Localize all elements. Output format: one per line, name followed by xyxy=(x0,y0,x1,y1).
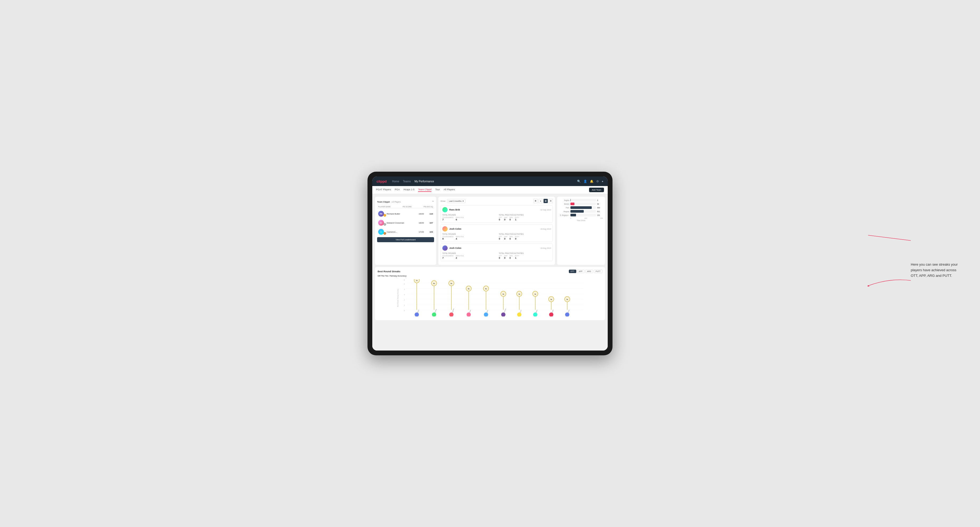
svg-text:4x: 4x xyxy=(519,293,520,295)
tournament-val-3: 7 xyxy=(442,257,453,259)
leaderboard-count: | 14 Players xyxy=(391,201,401,203)
user-icon[interactable]: 👤 xyxy=(584,179,587,183)
streaks-header: Best Round Streaks OTT APP ARG PUTT xyxy=(378,270,602,273)
table-header: PLAYER NAME PB SCORE PB AVG SQ xyxy=(377,205,434,208)
player-avg-2: 107 xyxy=(426,222,433,224)
total-practice-label-1: Total Practice Activities xyxy=(499,214,551,216)
bar-value-pars: 499 xyxy=(597,207,603,209)
x-label-400: 400 xyxy=(600,217,603,219)
player-score-1: 19/20 xyxy=(417,213,426,215)
psc-stats-2: Total Rounds Tournament 8 Practice xyxy=(442,233,551,240)
psc-date-1: 02 Sep 2023 xyxy=(540,209,551,211)
show-select[interactable]: Last 3 months ▾ xyxy=(447,199,466,203)
svg-text:4x: 4x xyxy=(503,293,504,295)
psc-avatar-3 xyxy=(442,245,448,251)
putt-col-1: PUTT 1 xyxy=(515,217,519,221)
svg-text:6: 6 xyxy=(404,279,405,281)
list-view-btn[interactable]: ≡ xyxy=(538,199,543,203)
svg-text:6x: 6x xyxy=(450,283,452,284)
tournament-label-1: Tournament xyxy=(442,217,453,218)
x-label-0: 0 xyxy=(570,217,571,219)
subnav-pga[interactable]: PGA xyxy=(395,188,400,192)
nav-home[interactable]: Home xyxy=(392,180,399,183)
player-row-3[interactable]: C 3 Cameron... 17/20 103 xyxy=(377,227,434,236)
table-view-btn[interactable]: ⊟ xyxy=(549,199,553,203)
filter-app[interactable]: APP xyxy=(577,270,584,273)
subnav-pgat[interactable]: PGAT Players xyxy=(376,188,391,192)
bell-icon[interactable]: 🔔 xyxy=(590,179,593,183)
player-score-2: 18/20 xyxy=(417,222,426,224)
nav-teams[interactable]: Teams xyxy=(403,180,410,183)
add-team-button[interactable]: Add Team xyxy=(589,187,604,192)
stat-group-practice-1: Total Practice Activities OTT 0 APP xyxy=(499,214,551,221)
bar-container-pars xyxy=(570,206,596,209)
filter-putt[interactable]: PUTT xyxy=(594,270,602,273)
nav-my-performance[interactable]: My Performance xyxy=(414,180,434,183)
grid-view-btn[interactable]: ⊞ xyxy=(533,199,538,203)
player-row-2[interactable]: EC 2 Edward Crossman 18/20 107 xyxy=(377,219,434,227)
stats-header: Show Last 3 months ▾ ⊞ ≡ ▦ ⊟ xyxy=(441,199,553,203)
col-pb-avg: PB AVG SQ xyxy=(424,206,433,208)
bar-value-eagles: 3 xyxy=(597,199,603,201)
svg-point-23 xyxy=(432,313,436,316)
psc-date-2: 26 Aug 2023 xyxy=(541,228,551,230)
streaks-title: Best Round Streaks xyxy=(378,270,401,273)
bar-label-bogeys: Bogeys xyxy=(559,211,570,213)
streak-chart-container: Best Streak, Fairway Accuracy 0 1 2 3 4 … xyxy=(378,279,602,317)
psc-header-2: Josh Coles 26 Aug 2023 xyxy=(442,226,551,232)
bar-container-eagles xyxy=(570,199,596,202)
bar-label-eagles: Eagles xyxy=(559,199,570,201)
svg-point-63 xyxy=(565,313,570,316)
filter-arg[interactable]: ARG xyxy=(585,270,593,273)
filter-ott[interactable]: OTT xyxy=(569,270,576,273)
subnav-tour[interactable]: Tour xyxy=(435,188,440,192)
psc-stats-1: Total Rounds Tournament 7 Practice xyxy=(442,214,551,221)
svg-text:4x: 4x xyxy=(535,293,536,295)
player-avg-3: 103 xyxy=(426,231,433,233)
player-stat-card-1: Rees Britt 02 Sep 2023 Total Rounds Tour… xyxy=(441,205,553,223)
total-practice-label-3: Total Practice Activities xyxy=(499,252,551,254)
annotation-text: Here you can see streaks your players ha… xyxy=(911,262,964,278)
putt-val-1: 1 xyxy=(515,218,519,221)
total-practice-label-2: Total Practice Activities xyxy=(499,233,551,235)
player-badge-2: 2 xyxy=(383,223,386,226)
show-value: Last 3 months xyxy=(449,200,461,202)
player-row-1[interactable]: RB 1 Richard Butler 19/20 110 xyxy=(377,210,434,218)
practice-col-1: Practice 6 xyxy=(456,217,464,221)
tournament-label-2: Tournament xyxy=(442,236,453,237)
svg-text:3: 3 xyxy=(404,294,405,295)
svg-text:5x: 5x xyxy=(468,288,470,290)
streaks-filter: OTT APP ARG PUTT xyxy=(569,270,602,273)
tournament-col-2: Tournament 8 xyxy=(442,236,453,240)
ott-val-2: 0 xyxy=(499,237,502,240)
svg-text:4: 4 xyxy=(404,289,405,290)
chart-footer: Total Shots xyxy=(559,220,603,221)
svg-point-33 xyxy=(466,313,471,316)
subnav-hcaps[interactable]: Hcaps 1-5 xyxy=(403,188,414,192)
subnav-all-players[interactable]: All Players xyxy=(444,188,455,192)
svg-point-53 xyxy=(533,313,538,316)
bar-value-birdies: 96 xyxy=(597,203,603,205)
putt-val-2: 0 xyxy=(515,237,519,240)
search-icon[interactable]: 🔍 xyxy=(577,179,581,183)
chart-panel: Eagles 3 Birdies xyxy=(557,197,605,265)
edit-icon[interactable]: ✏ xyxy=(432,200,434,203)
nav-icons: 🔍 👤 🔔 ⚙ ● xyxy=(577,179,603,183)
avatar-icon[interactable]: ● xyxy=(601,179,603,183)
psc-header-3: Josh Coles 26 Aug 2023 xyxy=(442,245,551,251)
ott-val-3: 0 xyxy=(499,257,502,259)
settings-icon[interactable]: ⚙ xyxy=(596,179,599,183)
ott-col-3: OTT 0 xyxy=(499,255,502,259)
psc-date-3: 26 Aug 2023 xyxy=(541,247,551,249)
card-view-btn[interactable]: ▦ xyxy=(544,199,548,203)
app-col-2: APP 0 xyxy=(504,236,508,240)
svg-text:7x: 7x xyxy=(416,280,418,281)
subnav-team-clippd[interactable]: Team Clippd xyxy=(418,188,431,192)
player-score-3: 17/20 xyxy=(417,231,426,233)
stat-group-rounds-3: Total Rounds Tournament 7 Practice xyxy=(442,252,495,259)
tournament-col-3: Tournament 7 xyxy=(442,255,453,259)
practice-val-3: 2 xyxy=(456,257,464,259)
view-full-leaderboard-button[interactable]: View Full Leaderboard xyxy=(377,237,434,242)
leaderboard-title-wrap: Team Clippd | 14 Players xyxy=(377,199,401,204)
navbar: clippd Home Teams My Performance 🔍 👤 🔔 ⚙… xyxy=(372,176,608,186)
